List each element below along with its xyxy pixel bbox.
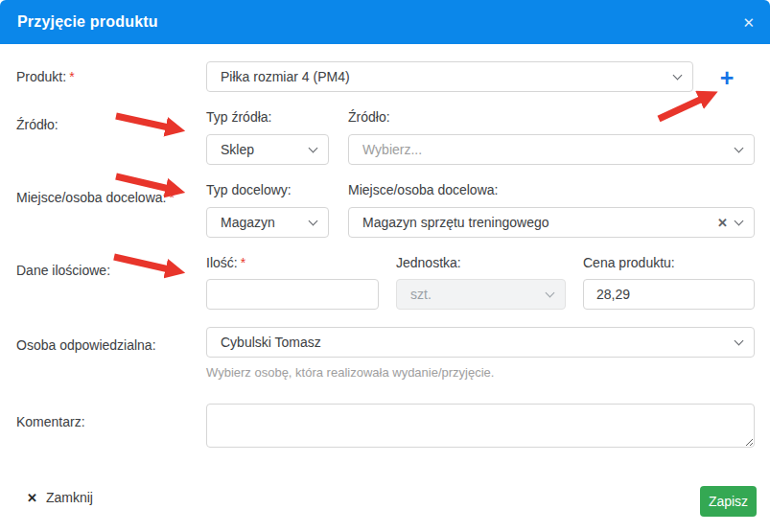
add-product-button[interactable]: + bbox=[713, 63, 740, 92]
chevron-down-icon bbox=[735, 335, 744, 345]
annotation-arrow-source bbox=[116, 116, 177, 129]
clear-icon[interactable]: ✕ bbox=[717, 216, 728, 230]
chevron-down-icon bbox=[735, 143, 744, 152]
quantity-row-label: Dane ilościowe: bbox=[16, 263, 110, 278]
amount-input[interactable] bbox=[206, 279, 379, 310]
product-select[interactable]: Piłka rozmiar 4 (PM4) bbox=[206, 61, 693, 92]
source-select[interactable]: Wybierz... bbox=[348, 134, 755, 165]
source-type-label: Typ źródła: bbox=[206, 109, 271, 125]
required-asterisk: * bbox=[241, 255, 245, 270]
responsible-select[interactable]: Cybulski Tomasz bbox=[206, 327, 755, 358]
amount-label: Ilość:* bbox=[206, 255, 245, 270]
responsible-row-label: Osoba odpowiedzialna: bbox=[16, 337, 156, 353]
chevron-down-icon bbox=[309, 216, 318, 225]
unit-select: szt. bbox=[396, 279, 566, 310]
responsible-helper-text: Wybierz osobę, która realizowała wydanie… bbox=[206, 365, 494, 380]
annotation-arrow-amount bbox=[114, 257, 177, 271]
close-button[interactable]: ✕ Zamknij bbox=[27, 490, 93, 505]
destination-type-label: Typ docelowy: bbox=[206, 182, 292, 197]
annotation-arrow-destination bbox=[116, 176, 177, 191]
modal-header: Przyjęcie produktu ✕ bbox=[0, 0, 770, 44]
chevron-down-icon bbox=[673, 70, 683, 80]
chevron-down-icon bbox=[546, 288, 555, 297]
required-asterisk: * bbox=[169, 190, 174, 205]
source-row-label: Źródło: bbox=[16, 117, 58, 132]
price-input[interactable] bbox=[583, 279, 755, 310]
close-x-icon: ✕ bbox=[27, 491, 37, 505]
comment-textarea[interactable] bbox=[206, 404, 755, 448]
price-label: Cena produktu: bbox=[583, 255, 675, 270]
product-receipt-modal: Przyjęcie produktu ✕ Produkt:* Piłka roz… bbox=[0, 0, 770, 532]
unit-label: Jednostka: bbox=[396, 255, 461, 270]
comment-row-label: Komentarz: bbox=[16, 414, 85, 429]
destination-select[interactable]: Magazyn sprzętu treningowego ✕ bbox=[348, 207, 755, 238]
chevron-down-icon bbox=[309, 143, 318, 152]
source-type-select[interactable]: Sklep bbox=[206, 134, 329, 165]
destination-place-label: Miejsce/osoba docelowa: bbox=[348, 182, 498, 197]
destination-type-select[interactable]: Magazyn bbox=[206, 207, 329, 238]
chevron-down-icon bbox=[735, 216, 744, 225]
product-row-label: Produkt:* bbox=[16, 69, 75, 84]
annotation-arrow-add-product bbox=[659, 95, 711, 119]
required-asterisk: * bbox=[69, 69, 74, 84]
destination-row-label: Miejsce/osoba docelowa:* bbox=[16, 190, 175, 205]
close-icon[interactable]: ✕ bbox=[742, 15, 755, 30]
modal-title: Przyjęcie produktu bbox=[17, 13, 158, 31]
source-label: Źródło: bbox=[348, 109, 390, 125]
save-button[interactable]: Zapisz bbox=[700, 486, 757, 517]
close-button-label: Zamknij bbox=[46, 490, 93, 505]
